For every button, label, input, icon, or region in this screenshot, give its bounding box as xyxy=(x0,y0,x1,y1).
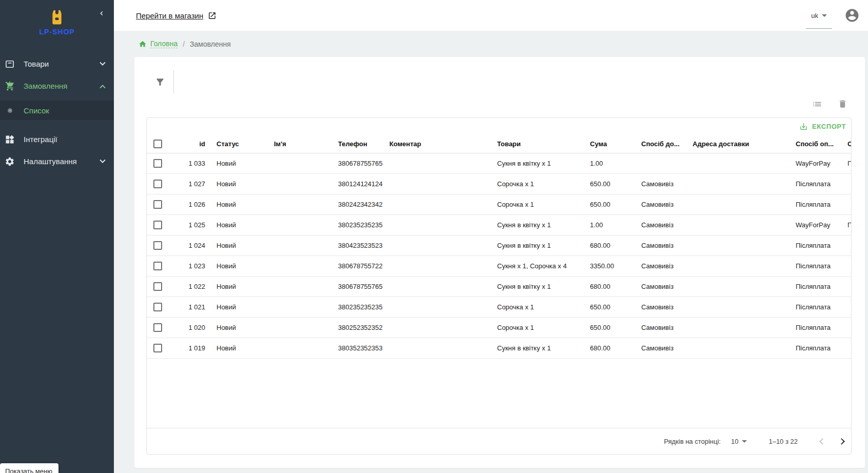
cell-phone: 380235235235 xyxy=(338,221,389,229)
delete-button[interactable] xyxy=(838,99,847,109)
cell-delivery: Самовивіз xyxy=(641,242,693,249)
col-header-pay-status[interactable]: Ст xyxy=(847,140,852,148)
col-header-comment[interactable]: Коментар xyxy=(389,140,497,148)
filter-divider xyxy=(173,70,174,93)
cell-payment: Післяплата xyxy=(796,344,847,352)
sidebar-nav: Товари Замовлення Список Інтеграції xyxy=(0,53,114,172)
home-icon xyxy=(139,40,147,48)
row-checkbox[interactable] xyxy=(153,344,162,352)
cell-products: Сукня в квітку x 1 xyxy=(497,221,590,229)
cell-sum: 680.00 xyxy=(590,283,641,290)
col-header-id[interactable]: id xyxy=(167,140,216,148)
table-row[interactable]: 1 021Новий380235235235Сорочка x 1650.00С… xyxy=(147,297,851,318)
row-checkbox[interactable] xyxy=(153,241,162,250)
download-icon xyxy=(799,122,808,131)
sidebar-item-orders[interactable]: Замовлення xyxy=(0,75,114,97)
cell-sum: 650.00 xyxy=(590,201,641,208)
select-all-checkbox[interactable] xyxy=(153,140,162,148)
chevron-up-icon xyxy=(100,85,105,90)
box-icon xyxy=(4,58,15,70)
cell-payment: Післяплата xyxy=(796,324,847,331)
chevron-down-icon xyxy=(100,60,105,65)
cell-products: Сорочка x 1 xyxy=(497,201,590,208)
cell-products: Сукня в квітку x 1 xyxy=(497,283,590,290)
table-row[interactable]: 1 024Новий380423523523Сукня в квітку x 1… xyxy=(147,235,851,256)
language-select[interactable]: uk xyxy=(806,12,832,19)
cell-sum: 1.00 xyxy=(590,160,641,167)
cell-status: Новий xyxy=(216,201,274,208)
cell-sum: 680.00 xyxy=(590,344,641,352)
cell-delivery: Самовивіз xyxy=(641,324,693,331)
go-to-store-label: Перейти в магазин xyxy=(136,11,203,20)
orders-table-card: ЕКСПОРТ id Статус Ім'я Телефон Коментар … xyxy=(146,117,852,455)
collapse-sidebar-button[interactable] xyxy=(95,7,108,19)
rows-per-page-value[interactable]: 10 xyxy=(731,438,738,445)
cell-payment: Післяплата xyxy=(796,303,847,311)
cell-status: Новий xyxy=(216,180,274,188)
cell-phone: 380423523523 xyxy=(338,242,389,249)
cell-phone: 380124124124 xyxy=(338,180,389,188)
sidebar-item-label: Замовлення xyxy=(24,82,67,90)
breadcrumb-current: Замовлення xyxy=(190,40,231,48)
cell-id: 1 033 xyxy=(167,160,216,167)
table-row[interactable]: 1 022Новий380678755765Сукня в квітку x 1… xyxy=(147,277,851,297)
col-header-payment[interactable]: Спосіб оп... xyxy=(796,140,847,148)
sidebar-item-integrations[interactable]: Інтеграції xyxy=(0,128,114,150)
go-to-store-link[interactable]: Перейти в магазин xyxy=(136,11,216,20)
show-menu-tooltip[interactable]: Показать меню xyxy=(0,463,58,473)
list-icon xyxy=(812,99,822,109)
cell-products: Сукня в квітку x 1 xyxy=(497,344,590,352)
sidebar-item-products[interactable]: Товари xyxy=(0,53,114,75)
row-checkbox[interactable] xyxy=(153,200,162,209)
col-header-products[interactable]: Товари xyxy=(497,140,590,148)
cell-status: Новий xyxy=(216,160,274,167)
row-checkbox[interactable] xyxy=(153,180,162,188)
col-header-sum[interactable]: Сума xyxy=(590,140,641,148)
user-avatar-button[interactable] xyxy=(844,8,860,23)
breadcrumb-home-link[interactable]: Головна xyxy=(150,40,177,48)
cell-phone: 380678755765 xyxy=(338,283,389,290)
cell-delivery: Самовивіз xyxy=(641,221,693,229)
sidebar-item-label: Налаштування xyxy=(24,157,77,166)
col-header-delivery[interactable]: Спосіб до... xyxy=(641,140,693,148)
rows-per-page-label: Рядків на сторінці: xyxy=(664,438,721,445)
table-row[interactable]: 1 033Новий380678755765Сукня в квітку x 1… xyxy=(147,153,851,174)
sidebar-item-orders-list[interactable]: Список xyxy=(0,101,114,120)
cell-products: Сукня в квітку x 1 xyxy=(497,242,590,249)
col-header-name[interactable]: Ім'я xyxy=(274,140,338,148)
table-row[interactable]: 1 025Новий380235235235Сукня в квітку x 1… xyxy=(147,215,851,235)
row-checkbox[interactable] xyxy=(153,303,162,311)
cell-delivery: Самовивіз xyxy=(641,262,693,270)
row-checkbox[interactable] xyxy=(153,159,162,168)
col-header-status[interactable]: Статус xyxy=(216,140,274,148)
cell-payment: WayForPay xyxy=(796,221,847,229)
col-header-address[interactable]: Адреса доставки xyxy=(693,140,796,148)
column-settings-button[interactable] xyxy=(812,99,822,109)
caret-down-icon[interactable] xyxy=(742,440,747,443)
sidebar-item-label: Товари xyxy=(24,60,49,68)
cell-delivery: Самовивіз xyxy=(641,201,693,208)
sidebar-item-settings[interactable]: Налаштування xyxy=(0,150,114,172)
table-row[interactable]: 1 020Новий380252352352Сорочка x 1650.00С… xyxy=(147,318,851,338)
sidebar-item-label: Список xyxy=(24,106,49,115)
export-button[interactable]: ЕКСПОРТ xyxy=(799,122,846,131)
previous-page-button[interactable] xyxy=(819,438,826,445)
table-row[interactable]: 1 019Новий380352352353Сукня в квітку x 1… xyxy=(147,338,851,359)
row-checkbox[interactable] xyxy=(153,221,162,229)
cell-phone: 380242342342 xyxy=(338,201,389,208)
breadcrumb-separator: / xyxy=(183,40,185,48)
cell-payment: Післяплата xyxy=(796,201,847,208)
cell-sum: 650.00 xyxy=(590,180,641,188)
cell-payment: Післяплата xyxy=(796,283,847,290)
next-page-button[interactable] xyxy=(838,438,845,445)
row-checkbox[interactable] xyxy=(153,282,162,291)
row-checkbox[interactable] xyxy=(153,262,162,270)
cell-id: 1 020 xyxy=(167,324,216,331)
row-checkbox[interactable] xyxy=(153,323,162,332)
table-row[interactable]: 1 027Новий380124124124Сорочка x 1650.00С… xyxy=(147,174,851,194)
col-header-phone[interactable]: Телефон xyxy=(338,140,389,148)
filter-button[interactable] xyxy=(155,77,165,87)
table-row[interactable]: 1 026Новий380242342342Сорочка x 1650.00С… xyxy=(147,194,851,215)
table-row[interactable]: 1 023Новий380678755722Сукня x 1, Сорочка… xyxy=(147,256,851,277)
cell-id: 1 022 xyxy=(167,283,216,290)
